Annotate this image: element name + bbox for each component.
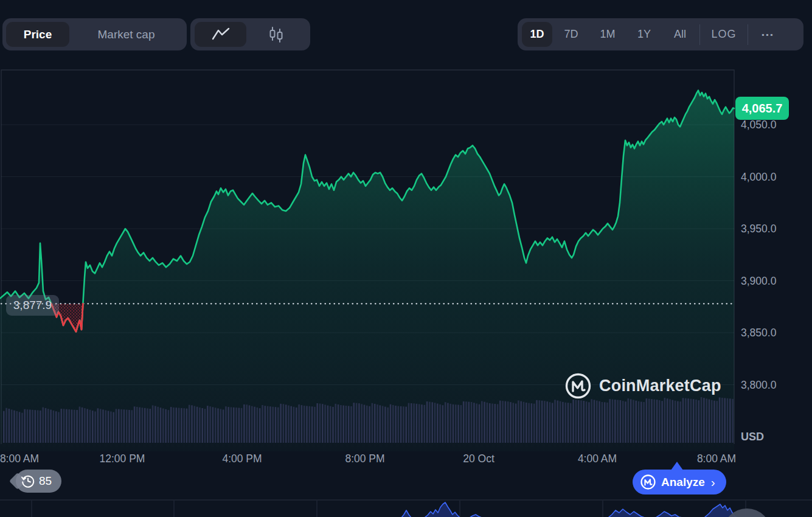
x-axis-label: 8:00 PM [331, 453, 398, 465]
range-1d[interactable]: 1D [522, 22, 552, 47]
tab-market-cap[interactable]: Market cap [69, 22, 183, 47]
history-count: 85 [39, 474, 52, 488]
currency-unit-label: USD [741, 431, 764, 443]
chart-type-toggle [190, 18, 310, 50]
y-axis-label: 4,050.0 [741, 119, 808, 131]
navigator-strip[interactable] [0, 500, 812, 517]
line-chart-button[interactable] [195, 22, 246, 47]
metric-toggle: Price Market cap [2, 18, 187, 50]
range-all[interactable]: All [663, 22, 697, 47]
x-axis-label: 8:00 AM [0, 453, 53, 465]
log-scale-button[interactable]: LOG [703, 22, 745, 47]
analyze-button[interactable]: Analyze › [633, 470, 726, 494]
chevron-right-icon: › [711, 475, 715, 490]
y-axis-label: 3,900.0 [741, 275, 808, 287]
more-options-button[interactable]: ··· [751, 22, 785, 47]
open-price-label: 3,877.9 [6, 295, 59, 316]
y-axis-label: 3,800.0 [741, 379, 808, 391]
cmc-price-chart-panel: Price Market cap 1D 7D 1M 1Y All LOG ··· [0, 0, 812, 517]
x-axis-label: 20 Oct [445, 453, 512, 465]
x-axis-label: 8:00 AM [683, 453, 750, 465]
range-1m[interactable]: 1M [590, 22, 625, 47]
toolbar-divider [748, 24, 748, 45]
coinmarketcap-logo-icon [564, 372, 592, 400]
range-toggle: 1D 7D 1M 1Y All LOG ··· [518, 18, 803, 50]
price-chart[interactable] [0, 0, 812, 517]
watermark-text: CoinMarketCap [599, 376, 721, 395]
analyze-logo-icon [640, 474, 656, 490]
y-axis-label: 3,950.0 [741, 223, 808, 235]
x-axis-label: 12:00 PM [89, 453, 156, 465]
x-axis-label: 4:00 PM [209, 453, 276, 465]
history-badge[interactable]: 85 [16, 470, 61, 493]
coinmarketcap-watermark: CoinMarketCap [564, 372, 721, 400]
y-axis-label: 4,000.0 [741, 171, 808, 183]
candlestick-icon [267, 26, 285, 44]
analyze-label: Analyze [661, 476, 705, 489]
toolbar-divider [699, 24, 700, 45]
range-7d[interactable]: 7D [553, 22, 589, 47]
x-axis-label: 4:00 AM [564, 453, 631, 465]
analyze-tooltip-tail [671, 462, 683, 470]
candlestick-chart-button[interactable] [246, 22, 306, 47]
range-1y[interactable]: 1Y [626, 22, 662, 47]
tab-price[interactable]: Price [6, 22, 69, 47]
y-axis-label: 3,850.0 [741, 327, 808, 339]
line-chart-icon [210, 27, 231, 43]
history-clock-icon [21, 474, 35, 488]
current-price-badge: 4,065.7 [735, 97, 789, 120]
